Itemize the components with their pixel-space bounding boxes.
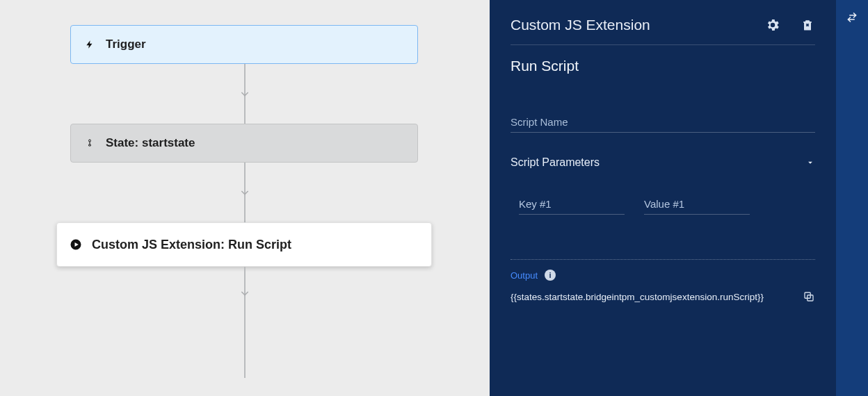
connector xyxy=(60,163,428,222)
svg-rect-1 xyxy=(89,145,91,146)
node-state[interactable]: State: startstate xyxy=(70,124,418,163)
app-root: Trigger State: startstate xyxy=(0,0,868,396)
state-icon xyxy=(83,137,96,149)
caret-down-icon xyxy=(805,158,815,167)
output-block: Output i {{states.startstate.bridgeintpm… xyxy=(511,270,815,303)
output-head: Output i xyxy=(511,270,815,281)
output-label: Output xyxy=(511,270,538,281)
node-trigger[interactable]: Trigger xyxy=(70,25,418,64)
parameter-row: Key #1 Value #1 xyxy=(511,198,815,215)
output-row: {{states.startstate.bridgeintpm_customjs… xyxy=(511,290,815,303)
info-icon[interactable]: i xyxy=(545,270,556,281)
flow-column: Trigger State: startstate xyxy=(60,25,428,378)
script-parameters-label: Script Parameters xyxy=(511,156,600,169)
divider xyxy=(511,259,815,260)
connector xyxy=(60,64,428,124)
script-name-label: Script Name xyxy=(511,116,815,133)
connector xyxy=(60,267,428,378)
parameter-value-input[interactable]: Value #1 xyxy=(644,198,750,215)
flow-canvas[interactable]: Trigger State: startstate xyxy=(0,0,490,396)
swap-icon[interactable] xyxy=(844,10,860,25)
bolt-icon xyxy=(83,38,96,51)
panel-title: Custom JS Extension xyxy=(511,17,650,33)
svg-point-0 xyxy=(89,140,91,142)
node-action-run-script[interactable]: Custom JS Extension: Run Script xyxy=(56,222,432,267)
parameter-key-input[interactable]: Key #1 xyxy=(519,198,625,215)
panel-header-actions xyxy=(765,17,815,33)
node-label: Custom JS Extension: Run Script xyxy=(92,238,291,252)
chevron-down-icon xyxy=(239,88,250,99)
script-parameters-section[interactable]: Script Parameters xyxy=(511,156,815,169)
detail-panel: Custom JS Extension Run Script Script Na… xyxy=(490,0,836,396)
chevron-down-icon xyxy=(239,187,250,198)
delete-icon[interactable] xyxy=(800,17,815,33)
panel-header: Custom JS Extension xyxy=(511,17,815,45)
node-label: Trigger xyxy=(106,38,146,51)
node-label: State: startstate xyxy=(106,136,195,150)
copy-icon[interactable] xyxy=(803,290,815,303)
chevron-down-icon xyxy=(239,288,250,299)
right-rail xyxy=(836,0,868,396)
gear-icon[interactable] xyxy=(765,17,780,33)
output-expression: {{states.startstate.bridgeintpm_customjs… xyxy=(511,292,764,302)
script-name-field[interactable]: Script Name xyxy=(511,116,815,133)
play-circle-icon xyxy=(70,238,82,251)
panel-subtitle: Run Script xyxy=(511,58,815,74)
